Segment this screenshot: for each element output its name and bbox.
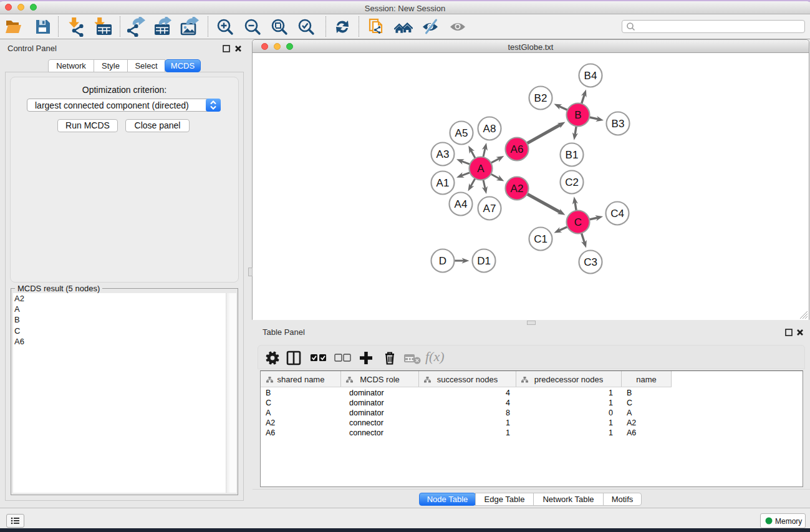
svg-text:C2: C2 xyxy=(565,177,579,188)
svg-text:A7: A7 xyxy=(483,203,496,215)
svg-text:C1: C1 xyxy=(534,233,547,245)
svg-text:B2: B2 xyxy=(534,92,547,104)
svg-text:A: A xyxy=(477,163,485,175)
svg-text:A6: A6 xyxy=(511,143,524,155)
svg-text:A4: A4 xyxy=(455,198,468,210)
svg-text:C4: C4 xyxy=(610,208,624,220)
svg-text:B1: B1 xyxy=(566,149,579,161)
svg-text:B4: B4 xyxy=(584,70,597,82)
svg-text:A2: A2 xyxy=(511,183,524,195)
svg-text:D1: D1 xyxy=(477,255,491,267)
svg-text:B3: B3 xyxy=(612,118,625,130)
svg-text:A5: A5 xyxy=(455,127,468,139)
svg-text:C: C xyxy=(574,216,582,228)
svg-text:A1: A1 xyxy=(436,177,450,189)
svg-text:D: D xyxy=(439,255,446,267)
svg-text:A8: A8 xyxy=(483,123,496,135)
svg-text:C3: C3 xyxy=(584,256,597,268)
svg-text:B: B xyxy=(574,109,581,121)
svg-text:A3: A3 xyxy=(436,148,450,160)
